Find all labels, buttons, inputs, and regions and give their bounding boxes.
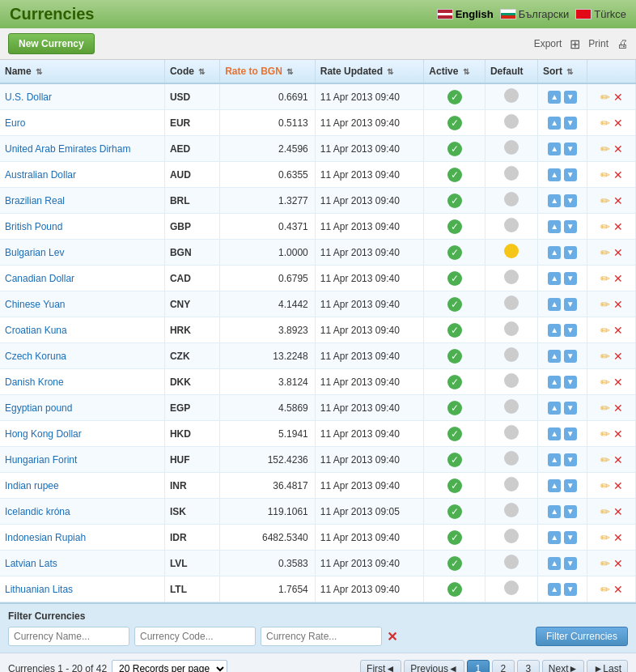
currency-name-link[interactable]: Lithuanian Litas: [5, 584, 73, 595]
cell-default[interactable]: [485, 162, 537, 188]
edit-icon[interactable]: ✏: [600, 272, 610, 285]
active-check-icon[interactable]: ✓: [447, 297, 462, 312]
filter-rate-input[interactable]: [261, 627, 382, 646]
edit-icon[interactable]: ✏: [600, 246, 610, 259]
delete-icon[interactable]: ✕: [613, 142, 623, 155]
active-check-icon[interactable]: ✓: [447, 90, 462, 104]
delete-icon[interactable]: ✕: [613, 298, 623, 311]
sort-down-icon[interactable]: ▼: [564, 453, 577, 466]
filter-name-input[interactable]: [8, 627, 129, 646]
default-indicator-icon[interactable]: [504, 581, 519, 595]
active-check-icon[interactable]: ✓: [447, 427, 462, 441]
cell-default[interactable]: [485, 369, 537, 395]
sort-down-icon[interactable]: ▼: [564, 557, 577, 570]
sort-up-icon[interactable]: ▲: [548, 168, 561, 181]
cell-active[interactable]: ✓: [424, 369, 485, 395]
active-check-icon[interactable]: ✓: [447, 582, 462, 597]
sort-up-icon[interactable]: ▲: [548, 402, 561, 415]
sort-up-icon[interactable]: ▲: [548, 557, 561, 570]
edit-icon[interactable]: ✏: [600, 220, 610, 233]
cell-active[interactable]: ✓: [424, 343, 485, 369]
delete-icon[interactable]: ✕: [613, 453, 623, 466]
currency-name-link[interactable]: Brazilian Real: [5, 195, 65, 206]
cell-active[interactable]: ✓: [424, 214, 485, 240]
col-name-sort[interactable]: ⇅: [36, 67, 42, 76]
edit-icon[interactable]: ✏: [600, 557, 610, 570]
lang-bulgarian[interactable]: Български: [500, 8, 570, 20]
default-indicator-icon[interactable]: [504, 218, 519, 232]
sort-up-icon[interactable]: ▲: [548, 324, 561, 337]
sort-up-icon[interactable]: ▲: [548, 505, 561, 518]
delete-icon[interactable]: ✕: [613, 505, 623, 518]
col-code-sort[interactable]: ⇅: [198, 67, 205, 76]
default-indicator-icon[interactable]: [504, 399, 519, 414]
currency-name-link[interactable]: Hong Kong Dollar: [5, 428, 82, 440]
active-check-icon[interactable]: ✓: [447, 453, 462, 467]
edit-icon[interactable]: ✏: [600, 117, 610, 130]
active-check-icon[interactable]: ✓: [447, 116, 462, 130]
currency-name-link[interactable]: British Pound: [5, 221, 62, 232]
lang-turkish[interactable]: Türkce: [575, 8, 626, 20]
cell-default[interactable]: [485, 551, 537, 576]
active-check-icon[interactable]: ✓: [447, 168, 462, 182]
currency-name-link[interactable]: Euro: [5, 117, 25, 129]
cell-active[interactable]: ✓: [424, 110, 485, 136]
active-check-icon[interactable]: ✓: [447, 401, 462, 415]
sort-up-icon[interactable]: ▲: [548, 220, 561, 233]
sort-down-icon[interactable]: ▼: [564, 350, 577, 363]
delete-icon[interactable]: ✕: [613, 272, 623, 285]
active-check-icon[interactable]: ✓: [447, 142, 462, 156]
default-indicator-icon[interactable]: [504, 555, 519, 569]
active-check-icon[interactable]: ✓: [447, 271, 462, 286]
edit-icon[interactable]: ✏: [600, 505, 610, 518]
edit-icon[interactable]: ✏: [600, 402, 610, 415]
default-indicator-icon[interactable]: [504, 166, 519, 181]
delete-icon[interactable]: ✕: [613, 557, 623, 570]
cell-default[interactable]: [485, 317, 537, 343]
sort-up-icon[interactable]: ▲: [548, 194, 561, 207]
sort-down-icon[interactable]: ▼: [564, 402, 577, 415]
currency-name-link[interactable]: U.S. Dollar: [5, 91, 52, 103]
edit-icon[interactable]: ✏: [600, 350, 610, 363]
currency-name-link[interactable]: United Arab Emirates Dirham: [5, 143, 130, 155]
sort-up-icon[interactable]: ▲: [548, 453, 561, 466]
active-check-icon[interactable]: ✓: [447, 349, 462, 364]
currency-name-link[interactable]: Chinese Yuan: [5, 299, 66, 310]
edit-icon[interactable]: ✏: [600, 194, 610, 207]
default-indicator-icon[interactable]: [504, 270, 519, 284]
sort-up-icon[interactable]: ▲: [548, 272, 561, 285]
sort-down-icon[interactable]: ▼: [564, 505, 577, 518]
delete-icon[interactable]: ✕: [613, 531, 623, 544]
active-check-icon[interactable]: ✓: [447, 245, 462, 260]
sort-up-icon[interactable]: ▲: [548, 583, 561, 596]
delete-icon[interactable]: ✕: [613, 168, 623, 181]
delete-icon[interactable]: ✕: [613, 220, 623, 233]
default-indicator-icon[interactable]: [504, 373, 519, 388]
currency-name-link[interactable]: Hungarian Forint: [5, 454, 77, 466]
col-updated-sort[interactable]: ⇅: [387, 67, 393, 76]
cell-active[interactable]: ✓: [424, 551, 485, 576]
delete-icon[interactable]: ✕: [613, 583, 623, 596]
delete-icon[interactable]: ✕: [613, 479, 623, 492]
active-check-icon[interactable]: ✓: [447, 504, 462, 519]
default-indicator-icon[interactable]: [504, 321, 519, 336]
default-indicator-icon[interactable]: [504, 296, 519, 310]
sort-down-icon[interactable]: ▼: [564, 220, 577, 233]
edit-icon[interactable]: ✏: [600, 298, 610, 311]
delete-icon[interactable]: ✕: [613, 427, 623, 440]
cell-active[interactable]: ✓: [424, 499, 485, 525]
cell-active[interactable]: ✓: [424, 83, 485, 110]
cell-active[interactable]: ✓: [424, 240, 485, 266]
sort-up-icon[interactable]: ▲: [548, 427, 561, 440]
active-check-icon[interactable]: ✓: [447, 194, 462, 208]
sort-up-icon[interactable]: ▲: [548, 246, 561, 259]
export-link[interactable]: Export: [534, 38, 562, 49]
cell-default[interactable]: [485, 576, 537, 602]
cell-active[interactable]: ✓: [424, 525, 485, 551]
currency-name-link[interactable]: Egyptian pound: [5, 402, 72, 414]
page-first-button[interactable]: First ◄: [360, 660, 401, 672]
sort-up-icon[interactable]: ▲: [548, 91, 561, 104]
cell-active[interactable]: ✓: [424, 421, 485, 447]
currency-name-link[interactable]: Australian Dollar: [5, 169, 76, 181]
sort-down-icon[interactable]: ▼: [564, 91, 577, 104]
